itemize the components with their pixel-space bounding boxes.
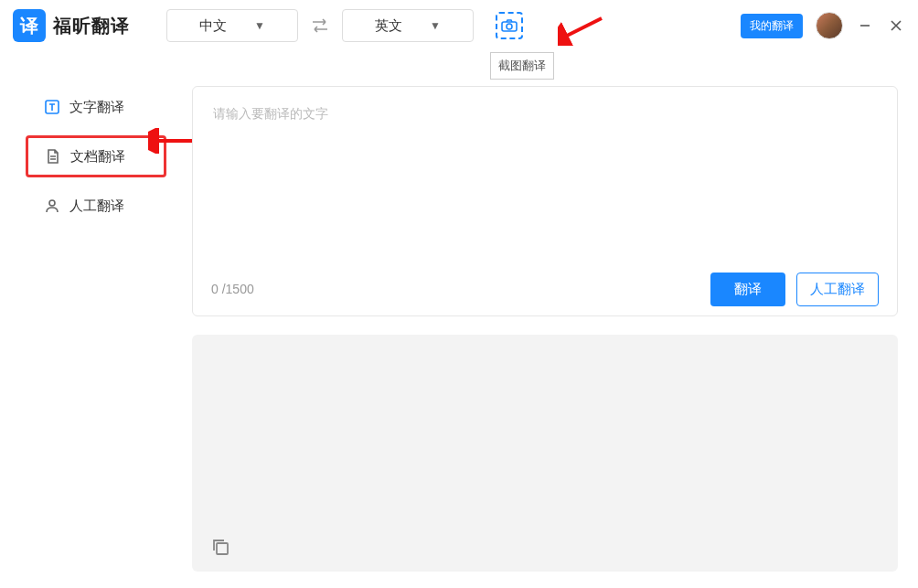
main-content: 请输入要翻译的文字 0 /1500 翻译 人工翻译 — [192, 51, 918, 588]
chevron-down-icon: ▼ — [430, 19, 441, 32]
char-count: 0 /1500 — [211, 282, 254, 296]
sidebar-item-human-translate[interactable]: 人工翻译 — [0, 185, 192, 227]
input-panel: 请输入要翻译的文字 0 /1500 翻译 人工翻译 — [192, 86, 898, 316]
svg-rect-4 — [217, 543, 228, 554]
source-language-select[interactable]: 中文 ▼ — [166, 9, 298, 42]
sidebar-item-label: 文字翻译 — [69, 99, 124, 116]
logo-badge: 译 — [13, 9, 46, 42]
sidebar-item-document-translate[interactable]: 文档翻译 — [26, 135, 166, 177]
screenshot-translate-button[interactable]: 截图翻译 — [496, 12, 523, 39]
sidebar-item-text-translate[interactable]: 文字翻译 — [0, 86, 192, 128]
screenshot-tooltip: 截图翻译 — [490, 52, 554, 80]
app-logo: 译 福昕翻译 — [13, 9, 130, 42]
sidebar-item-label: 人工翻译 — [69, 198, 124, 215]
svg-point-3 — [49, 200, 55, 206]
translation-input[interactable]: 请输入要翻译的文字 — [193, 87, 897, 262]
avatar[interactable] — [816, 12, 843, 39]
my-translations-button[interactable]: 我的翻译 — [741, 14, 803, 38]
human-icon — [44, 198, 60, 214]
language-controls: 中文 ▼ 英文 ▼ 截图翻译 — [166, 9, 523, 42]
header-bar: 译 福昕翻译 中文 ▼ 英文 ▼ — [0, 0, 918, 51]
close-button[interactable] — [887, 16, 905, 35]
svg-point-1 — [507, 24, 512, 29]
target-language-label: 英文 — [375, 17, 402, 35]
close-icon — [890, 19, 902, 32]
minimize-icon — [859, 19, 871, 32]
target-language-select[interactable]: 英文 ▼ — [342, 9, 474, 42]
sidebar-item-label: 文档翻译 — [70, 148, 125, 166]
header-right: 我的翻译 — [741, 12, 905, 39]
input-placeholder: 请输入要翻译的文字 — [213, 106, 328, 121]
output-panel — [192, 335, 898, 572]
minimize-button[interactable] — [856, 16, 874, 35]
source-language-label: 中文 — [199, 17, 227, 35]
chevron-down-icon: ▼ — [254, 19, 265, 32]
sidebar: 文字翻译 文档翻译 人工翻译 — [0, 51, 192, 588]
document-icon — [45, 148, 61, 165]
swap-icon — [310, 17, 330, 34]
copy-button[interactable] — [210, 537, 232, 559]
camera-icon — [501, 19, 518, 32]
human-translate-button[interactable]: 人工翻译 — [796, 273, 879, 306]
translate-button[interactable]: 翻译 — [710, 273, 785, 306]
input-footer: 0 /1500 翻译 人工翻译 — [193, 262, 897, 315]
swap-languages-button[interactable] — [307, 13, 333, 38]
copy-icon — [210, 537, 230, 557]
text-icon — [44, 99, 60, 115]
logo-text: 福昕翻译 — [53, 14, 130, 38]
